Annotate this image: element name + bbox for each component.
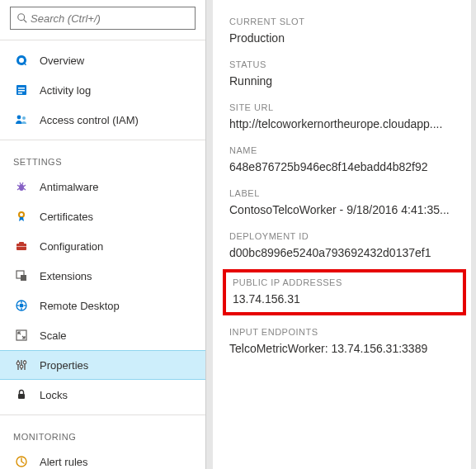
field-status: STATUS Running <box>229 59 460 88</box>
field-value: Running <box>229 74 460 88</box>
field-value: TelcoMetricWorker: 13.74.156.31:3389 <box>229 342 460 355</box>
svg-rect-3 <box>18 88 25 89</box>
field-site-url: SITE URL http://telcoworkernortheurope.c… <box>229 102 460 130</box>
access-icon <box>13 111 30 128</box>
sidebar-item-alert-rules[interactable]: Alert rules <box>0 447 205 469</box>
sidebar-item-label: Configuration <box>40 240 103 253</box>
field-input-endpoints: INPUT ENDPOINTS TelcoMetricWorker: 13.74… <box>229 327 460 355</box>
svg-point-16 <box>20 213 23 216</box>
svg-point-23 <box>20 304 24 308</box>
field-value: d00bc8996e5240a793692432d0137ef1 <box>229 246 460 259</box>
section-header-settings: SETTINGS <box>0 145 205 172</box>
extensions-icon <box>13 268 30 284</box>
field-value: 648e876725b946ec8f14ebadd4b82f92 <box>229 160 460 173</box>
svg-line-13 <box>20 182 21 184</box>
field-label: PUBLIC IP ADDRESSES <box>233 277 456 287</box>
sidebar-item-locks[interactable]: Locks <box>0 380 205 410</box>
field-current-slot: CURRENT SLOT Production <box>229 17 460 45</box>
search-icon <box>16 12 29 25</box>
sidebar-item-remote-desktop[interactable]: Remote Desktop <box>0 291 205 320</box>
svg-point-30 <box>16 362 20 365</box>
svg-line-9 <box>17 185 20 187</box>
configuration-icon <box>13 238 30 254</box>
field-deployment-id: DEPLOYMENT ID d00bc8996e5240a793692432d0… <box>229 231 460 259</box>
svg-rect-28 <box>16 330 26 340</box>
scale-icon <box>13 327 30 343</box>
field-label: INPUT ENDPOINTS <box>229 327 460 337</box>
field-value: Production <box>229 31 460 45</box>
field-name: NAME 648e876725b946ec8f14ebadd4b82f92 <box>229 145 460 173</box>
field-label: DEPLOYMENT ID <box>229 231 460 241</box>
certificate-icon <box>13 208 30 225</box>
sidebar-item-label: Extensions <box>40 270 92 282</box>
sidebar-item-extensions[interactable]: Extensions <box>0 261 205 291</box>
field-public-ip-highlight: PUBLIC IP ADDRESSES 13.74.156.31 <box>223 269 466 315</box>
sidebar-item-access-control[interactable]: Access control (IAM) <box>0 105 205 135</box>
field-label: SITE URL <box>229 102 460 112</box>
properties-icon <box>13 357 30 373</box>
field-public-ip: PUBLIC IP ADDRESSES 13.74.156.31 <box>233 277 456 306</box>
pane-splitter[interactable] <box>206 0 213 469</box>
svg-line-1 <box>24 20 27 23</box>
svg-rect-18 <box>19 242 24 244</box>
sidebar-item-label: Locks <box>40 389 68 401</box>
sidebar-item-label: Alert rules <box>40 456 88 468</box>
field-label: CURRENT SLOT <box>229 17 460 26</box>
search-field[interactable] <box>29 12 190 26</box>
sidebar-item-certificates[interactable]: Certificates <box>0 201 205 231</box>
search-input[interactable] <box>10 7 196 30</box>
details-pane: CURRENT SLOT Production STATUS Running S… <box>213 0 476 469</box>
svg-rect-19 <box>16 246 26 247</box>
section-header-monitoring: MONITORING <box>0 420 205 447</box>
sidebar-item-properties[interactable]: Properties <box>0 350 205 380</box>
scrollbar[interactable] <box>471 0 476 469</box>
sidebar-item-label: Access control (IAM) <box>40 114 139 126</box>
alert-icon <box>13 453 30 469</box>
sidebar-item-overview[interactable]: Overview <box>0 45 205 75</box>
sidebar-item-label: Overview <box>40 54 84 67</box>
sidebar-item-label: Properties <box>40 359 88 372</box>
sidebar-item-configuration[interactable]: Configuration <box>0 231 205 261</box>
svg-point-34 <box>23 361 26 364</box>
svg-rect-5 <box>18 92 22 94</box>
sidebar-item-label: Antimalware <box>40 181 99 193</box>
log-icon <box>13 82 30 98</box>
locks-icon <box>13 386 30 403</box>
field-value: http://telcoworkernortheurope.cloudapp..… <box>229 117 460 130</box>
svg-point-0 <box>18 14 25 21</box>
svg-point-8 <box>19 184 24 191</box>
overview-icon <box>13 52 30 69</box>
svg-point-32 <box>20 365 23 368</box>
field-value: ContosoTelcoWorker - 9/18/2016 4:41:35..… <box>229 203 460 216</box>
remote-icon <box>13 297 30 314</box>
sidebar-item-antimalware[interactable]: Antimalware <box>0 172 205 201</box>
sidebar-item-label: Activity log <box>40 84 91 97</box>
sidebar-item-label: Remote Desktop <box>40 300 120 312</box>
sidebar-item-activity-log[interactable]: Activity log <box>0 75 205 105</box>
svg-rect-35 <box>18 394 25 399</box>
svg-line-14 <box>22 182 23 184</box>
field-label: STATUS <box>229 59 460 69</box>
sidebar-item-label: Scale <box>40 329 67 342</box>
svg-point-7 <box>22 116 26 120</box>
field-label: LABEL <box>229 188 460 198</box>
svg-rect-21 <box>21 275 26 281</box>
antimalware-icon <box>13 178 30 195</box>
field-value: 13.74.156.31 <box>233 292 456 306</box>
svg-rect-4 <box>18 90 25 92</box>
field-label: NAME <box>229 145 460 155</box>
sidebar: Overview Activity log Access control (IA… <box>0 0 206 469</box>
sidebar-item-scale[interactable]: Scale <box>0 320 205 350</box>
field-label-field: LABEL ContosoTelcoWorker - 9/18/2016 4:4… <box>229 188 460 216</box>
svg-point-6 <box>17 116 21 120</box>
svg-line-12 <box>24 188 26 190</box>
svg-line-10 <box>24 185 26 187</box>
svg-line-11 <box>17 188 20 190</box>
sidebar-item-label: Certificates <box>40 211 93 223</box>
